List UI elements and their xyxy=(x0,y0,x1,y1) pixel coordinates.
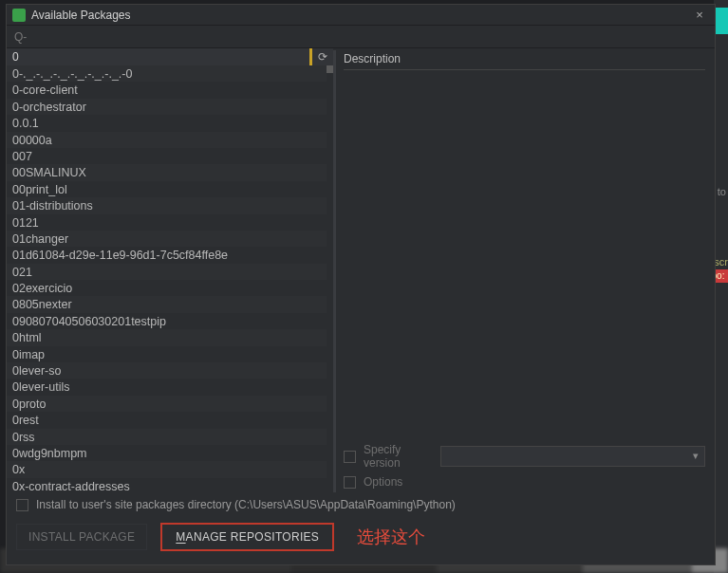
list-item[interactable]: 0121 xyxy=(7,214,333,231)
list-item[interactable]: 00000a xyxy=(7,132,333,148)
list-item[interactable]: 007 xyxy=(7,148,333,164)
list-item[interactable]: 0.0.1 xyxy=(7,115,333,131)
list-item[interactable]: 01-distributions xyxy=(7,197,333,213)
install-to-user-checkbox[interactable] xyxy=(16,499,28,511)
description-area xyxy=(344,74,705,437)
title-bar[interactable]: Available Packages × xyxy=(7,5,715,26)
list-item[interactable]: 090807040506030201testpip xyxy=(7,313,333,329)
specify-version-row: Specify version xyxy=(344,443,705,470)
list-item[interactable]: 0-orchestrator xyxy=(7,99,333,115)
refresh-icon: ⟳ xyxy=(318,50,327,64)
install-package-button: INSTALL PACKAGE xyxy=(16,524,147,550)
list-header: 0 ⟳ xyxy=(7,48,333,65)
version-select[interactable] xyxy=(440,446,705,467)
install-to-user-label: Install to user's site packages director… xyxy=(36,498,456,511)
list-item[interactable]: 021 xyxy=(7,264,333,280)
description-label: Description xyxy=(344,52,705,69)
list-item[interactable]: 01d61084-d29e-11e9-96d1-7c5cf84ffe8e xyxy=(7,247,333,263)
details-panel: Description Specify version Options xyxy=(336,48,715,494)
manage-repositories-button[interactable]: MANAGE REPOSITORIES xyxy=(160,523,334,551)
refresh-button[interactable]: ⟳ xyxy=(312,48,333,65)
backdrop-right-strip xyxy=(714,0,728,573)
scrollbar-thumb[interactable] xyxy=(327,65,333,73)
list-selected-item[interactable]: 0 xyxy=(7,48,312,65)
list-item[interactable]: 0x-contract-addresses xyxy=(7,478,333,494)
list-item[interactable]: 02exercicio xyxy=(7,280,333,296)
list-item[interactable]: 0805nexter xyxy=(7,296,333,312)
list-item[interactable]: 0imap xyxy=(7,346,333,362)
package-list-panel: 0 ⟳ 0-._.-._.-._.-._.-._.-._.-00-core-cl… xyxy=(7,48,333,494)
list-item[interactable]: 0-core-client xyxy=(7,82,333,98)
list-item[interactable]: 00print_lol xyxy=(7,181,333,197)
scrollbar[interactable] xyxy=(327,65,333,494)
available-packages-dialog: Available Packages × Q- 0 ⟳ 0-._.-._.-._… xyxy=(6,4,716,565)
list-item[interactable]: 0rss xyxy=(7,429,333,445)
list-item[interactable]: 0lever-so xyxy=(7,362,333,379)
specify-version-checkbox[interactable] xyxy=(344,451,356,463)
list-item[interactable]: 0wdg9nbmpm xyxy=(7,445,333,461)
list-item[interactable]: 01changer xyxy=(7,231,333,247)
search-icon: Q- xyxy=(14,30,27,44)
list-item[interactable]: 00SMALINUX xyxy=(7,164,333,180)
search-input[interactable] xyxy=(30,30,707,44)
annotation-text: 选择这个 xyxy=(357,526,425,548)
list-item[interactable]: 0rest xyxy=(7,412,333,428)
manage-underline: M xyxy=(176,530,185,544)
list-item[interactable]: 0proto xyxy=(7,396,333,412)
list-item[interactable]: 0html xyxy=(7,329,333,345)
list-item[interactable]: 0-._.-._.-._.-._.-._.-._.-0 xyxy=(7,65,333,82)
options-row: Options xyxy=(344,475,705,489)
description-hr xyxy=(344,69,705,70)
package-list[interactable]: 0-._.-._.-._.-._.-._.-._.-00-core-client… xyxy=(7,65,333,494)
list-item[interactable]: 0x xyxy=(7,461,333,477)
manage-rest: ANAGE REPOSITORIES xyxy=(186,530,320,544)
install-to-user-row: Install to user's site packages director… xyxy=(16,498,705,511)
search-row: Q- xyxy=(7,26,715,48)
close-icon[interactable]: × xyxy=(690,8,709,22)
options-label: Options xyxy=(364,475,402,489)
app-icon xyxy=(12,9,26,22)
dialog-body: 0 ⟳ 0-._.-._.-._.-._.-._.-._.-00-core-cl… xyxy=(7,48,715,494)
button-row: INSTALL PACKAGE MANAGE REPOSITORIES 选择这个 xyxy=(16,519,705,561)
backdrop-side-scr: scr xyxy=(714,256,728,268)
specify-version-label: Specify version xyxy=(364,443,440,470)
window-title: Available Packages xyxy=(31,9,690,22)
dialog-footer: Install to user's site packages director… xyxy=(7,494,715,564)
options-checkbox[interactable] xyxy=(344,476,356,489)
list-item[interactable]: 0lever-utils xyxy=(7,379,333,395)
